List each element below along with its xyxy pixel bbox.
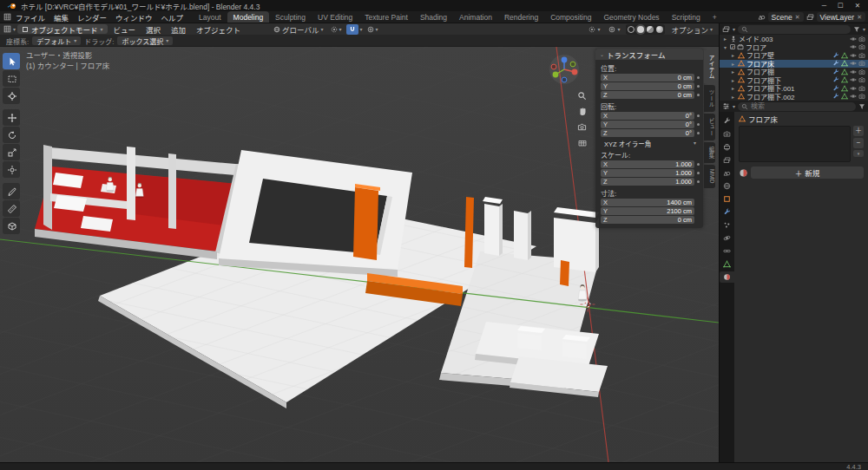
- properties-tab-object[interactable]: [720, 193, 734, 205]
- hide-eye-icon[interactable]: [850, 93, 857, 100]
- sidebar-tab-mmd[interactable]: MMD: [704, 165, 715, 188]
- tab-geometry-nodes[interactable]: Geometry Nodes: [597, 11, 665, 23]
- slot-specials-button[interactable]: ▾: [853, 150, 864, 157]
- sidebar-tab-tool[interactable]: ツール: [704, 85, 715, 112]
- show-gizmo-dropdown[interactable]: ▾: [586, 24, 602, 35]
- scale-x-field[interactable]: X1.000: [601, 160, 694, 168]
- shading-rendered-icon[interactable]: [656, 26, 663, 33]
- menu-render[interactable]: レンダー: [73, 12, 111, 23]
- scene-selector[interactable]: Scene ✕: [768, 12, 804, 22]
- snap-toggle[interactable]: [346, 24, 358, 35]
- properties-search[interactable]: [738, 102, 856, 111]
- material-slot-list[interactable]: [739, 126, 851, 162]
- properties-tab-object-data[interactable]: [720, 258, 734, 270]
- outliner-row-active[interactable]: ▸ フロア床: [720, 60, 868, 69]
- disable-render-icon[interactable]: [858, 60, 865, 67]
- tool-move[interactable]: [3, 109, 20, 126]
- tab-modeling[interactable]: Modeling: [227, 11, 270, 23]
- tab-uv-editing[interactable]: UV Editing: [312, 11, 358, 23]
- drag-mode-dropdown[interactable]: ボックス選択▾: [117, 36, 173, 45]
- shading-solid-icon[interactable]: [637, 26, 644, 33]
- outliner-row[interactable]: ▸ フロア壁: [720, 51, 868, 60]
- filter-icon[interactable]: [858, 103, 865, 110]
- menu-select[interactable]: 選択: [141, 24, 165, 35]
- properties-tab-material[interactable]: [720, 271, 734, 283]
- tool-tweak[interactable]: [3, 70, 20, 87]
- menu-file[interactable]: ファイル: [11, 12, 49, 23]
- sidebar-tab-edit[interactable]: 編集: [704, 142, 715, 163]
- properties-search-input[interactable]: [751, 102, 852, 110]
- scale-z-field[interactable]: Z1.000: [601, 178, 694, 186]
- dimensions-x-field[interactable]: X1400 cm: [601, 199, 694, 206]
- close-button[interactable]: ✕: [855, 2, 860, 10]
- pivot-point-dropdown[interactable]: ▾: [328, 24, 345, 35]
- tool-scale[interactable]: [3, 144, 20, 160]
- menu-edit[interactable]: 編集: [49, 12, 73, 23]
- tool-add-cube[interactable]: [3, 218, 20, 234]
- blender-menu-icon[interactable]: [3, 13, 11, 21]
- disable-render-icon[interactable]: [858, 43, 865, 50]
- properties-tab-view-layer[interactable]: [720, 154, 734, 166]
- animate-dot-icon[interactable]: [697, 180, 700, 183]
- new-material-button[interactable]: ＋ 新規: [751, 166, 864, 179]
- animate-dot-icon[interactable]: [697, 163, 700, 166]
- outliner-row[interactable]: ▸ メイド.003: [720, 35, 868, 43]
- collapse-icon[interactable]: ▾: [722, 44, 728, 50]
- hide-eye-icon[interactable]: [850, 60, 857, 67]
- tab-compositing[interactable]: Compositing: [544, 11, 597, 23]
- hide-eye-icon[interactable]: [850, 85, 857, 92]
- tab-rendering[interactable]: Rendering: [498, 11, 544, 23]
- disable-render-icon[interactable]: [858, 36, 865, 42]
- shading-wireframe-icon[interactable]: [628, 26, 635, 33]
- transform-orientation-dropdown[interactable]: グローバル ▾: [271, 24, 326, 35]
- hide-eye-icon[interactable]: [850, 43, 857, 50]
- location-x-field[interactable]: X0 cm: [601, 74, 694, 82]
- menu-window[interactable]: ウィンドウ: [111, 12, 157, 23]
- tab-animation[interactable]: Animation: [453, 11, 498, 23]
- filter-icon[interactable]: [853, 26, 860, 33]
- tool-measure[interactable]: [3, 200, 20, 217]
- editor-caret-icon[interactable]: ▾: [733, 104, 735, 109]
- hide-eye-icon[interactable]: [850, 76, 857, 83]
- remove-slot-button[interactable]: −: [853, 138, 864, 148]
- animate-dot-icon[interactable]: [697, 85, 700, 88]
- coord-system-dropdown[interactable]: デフォルト▾: [32, 36, 81, 45]
- menu-view[interactable]: ビュー: [109, 24, 141, 35]
- maximize-button[interactable]: ☐: [838, 2, 844, 10]
- properties-tab-modifiers[interactable]: [720, 206, 734, 218]
- animate-dot-icon[interactable]: [697, 132, 700, 134]
- rotation-mode-dropdown[interactable]: XYZ オイラー角▾: [601, 139, 700, 147]
- disable-render-icon[interactable]: [858, 69, 865, 75]
- tab-shading[interactable]: Shading: [414, 11, 453, 23]
- browse-material-icon[interactable]: [739, 168, 748, 178]
- options-dropdown[interactable]: オプション ▾: [668, 24, 715, 35]
- tab-texture-paint[interactable]: Texture Paint: [358, 11, 414, 23]
- dimensions-z-field[interactable]: Z0 cm: [601, 216, 694, 224]
- view-layer-selector[interactable]: ViewLayer ✕: [817, 12, 865, 22]
- properties-tab-world[interactable]: [720, 180, 734, 192]
- rotation-z-field[interactable]: Z0°: [601, 129, 694, 137]
- menu-help[interactable]: ヘルプ: [157, 12, 188, 23]
- properties-tab-tool[interactable]: [720, 115, 734, 127]
- collection-checkbox[interactable]: ✓: [730, 44, 735, 49]
- navigation-gizmo[interactable]: [547, 52, 582, 87]
- animate-dot-icon[interactable]: [697, 94, 700, 96]
- toggle-perspective-button[interactable]: [575, 135, 589, 149]
- dimensions-y-field[interactable]: Y2100 cm: [601, 207, 694, 215]
- mode-dropdown[interactable]: オブジェクトモード ▾: [17, 24, 108, 34]
- hide-eye-icon[interactable]: [850, 36, 857, 42]
- animate-dot-icon[interactable]: [697, 76, 700, 79]
- panel-collapse-icon[interactable]: ⌄: [600, 52, 604, 57]
- sidebar-tab-item[interactable]: アイテム: [704, 50, 715, 83]
- tool-annotate[interactable]: [3, 183, 20, 199]
- display-mode-caret-icon[interactable]: ▾: [733, 27, 735, 32]
- tab-sculpting[interactable]: Sculpting: [269, 11, 312, 23]
- overlays-dropdown[interactable]: ▾: [606, 24, 622, 35]
- add-workspace-button[interactable]: +: [707, 11, 723, 23]
- menu-object[interactable]: オブジェクト: [192, 24, 245, 35]
- outliner-row[interactable]: ▸ フロア棚: [720, 68, 868, 76]
- tab-scripting[interactable]: Scripting: [666, 11, 707, 23]
- panel-header[interactable]: ⌄ トランスフォーム: [595, 49, 703, 60]
- rotation-y-field[interactable]: Y0°: [601, 121, 694, 128]
- tab-layout[interactable]: Layout: [193, 11, 227, 23]
